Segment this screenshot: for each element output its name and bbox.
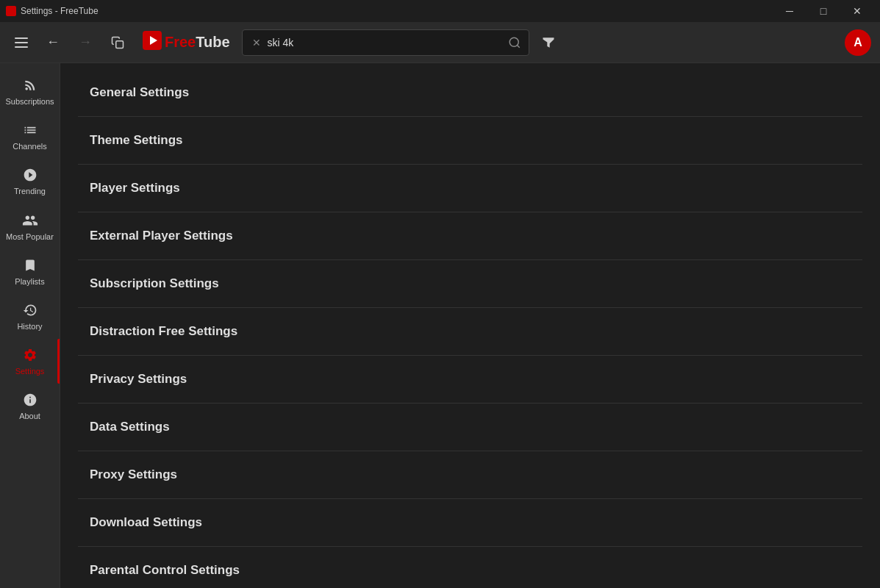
copy-button[interactable] xyxy=(104,29,131,56)
hamburger-icon xyxy=(15,37,28,39)
sidebar: Subscriptions Channels Trending xyxy=(0,63,60,588)
settings-item-privacy[interactable]: Privacy Settings xyxy=(78,356,862,404)
minimize-button[interactable]: ─ xyxy=(773,0,806,22)
main-layout: Subscriptions Channels Trending xyxy=(0,63,880,588)
avatar-button[interactable]: A xyxy=(845,29,871,56)
sidebar-item-trending[interactable]: Trending xyxy=(0,159,60,204)
menu-button[interactable] xyxy=(9,32,34,54)
sidebar-label-subscriptions: Subscriptions xyxy=(5,97,54,107)
hamburger-icon xyxy=(15,46,28,48)
sidebar-label-channels: Channels xyxy=(12,142,46,151)
svg-line-4 xyxy=(517,45,519,47)
sidebar-item-most-popular[interactable]: Most Popular xyxy=(0,204,60,249)
playlists-icon xyxy=(23,257,37,274)
svg-rect-0 xyxy=(116,40,124,48)
sidebar-item-subscriptions[interactable]: Subscriptions xyxy=(0,69,60,114)
app-icon xyxy=(6,6,16,16)
logo-icon xyxy=(143,31,162,54)
sidebar-item-channels[interactable]: Channels xyxy=(0,114,60,159)
about-icon xyxy=(23,391,37,409)
sidebar-label-trending: Trending xyxy=(14,187,46,196)
settings-item-player[interactable]: Player Settings xyxy=(78,165,862,212)
logo[interactable]: FreeTube xyxy=(143,31,230,54)
search-clear-button[interactable]: ✕ xyxy=(250,36,263,49)
settings-item-distraction-free[interactable]: Distraction Free Settings xyxy=(78,308,862,356)
settings-item-proxy[interactable]: Proxy Settings xyxy=(78,451,862,499)
settings-item-parental-control[interactable]: Parental Control Settings xyxy=(78,547,862,588)
settings-content: General Settings Theme Settings Player S… xyxy=(60,63,880,588)
search-bar: ✕ xyxy=(242,29,529,56)
distraction-free-settings-title: Distraction Free Settings xyxy=(90,324,237,339)
settings-list: General Settings Theme Settings Player S… xyxy=(60,63,880,588)
general-settings-title: General Settings xyxy=(90,85,189,100)
titlebar-text: Settings - FreeTube xyxy=(21,6,99,16)
proxy-settings-title: Proxy Settings xyxy=(90,467,177,482)
player-settings-title: Player Settings xyxy=(90,181,180,196)
window-controls: ─ □ ✕ xyxy=(773,0,874,22)
sidebar-label-settings: Settings xyxy=(15,367,45,376)
sidebar-item-history[interactable]: History xyxy=(0,294,60,339)
theme-settings-title: Theme Settings xyxy=(90,133,183,148)
logo-text: FreeTube xyxy=(165,34,230,51)
history-icon xyxy=(23,301,37,319)
most-popular-icon xyxy=(22,212,38,229)
parental-control-settings-title: Parental Control Settings xyxy=(90,563,240,578)
sidebar-label-about: About xyxy=(19,412,40,421)
sidebar-item-about[interactable]: About xyxy=(0,384,60,429)
settings-item-subscription[interactable]: Subscription Settings xyxy=(78,260,862,308)
sidebar-label-most-popular: Most Popular xyxy=(6,232,54,242)
trending-icon xyxy=(23,166,37,184)
data-settings-title: Data Settings xyxy=(90,420,170,434)
external-player-settings-title: External Player Settings xyxy=(90,229,233,243)
back-button[interactable]: ← xyxy=(40,29,66,56)
subscription-settings-title: Subscription Settings xyxy=(90,276,219,291)
toolbar: ← → FreeTube ✕ xyxy=(0,22,880,63)
channels-icon xyxy=(23,121,37,139)
sidebar-item-playlists[interactable]: Playlists xyxy=(0,249,60,294)
svg-point-5 xyxy=(25,87,28,90)
search-submit-button[interactable] xyxy=(508,36,521,49)
settings-item-download[interactable]: Download Settings xyxy=(78,499,862,547)
settings-item-theme[interactable]: Theme Settings xyxy=(78,117,862,165)
sidebar-item-settings[interactable]: Settings xyxy=(0,339,60,384)
settings-item-data[interactable]: Data Settings xyxy=(78,404,862,451)
rss-icon xyxy=(23,76,37,94)
forward-button[interactable]: → xyxy=(72,29,99,56)
search-input[interactable] xyxy=(268,37,504,49)
privacy-settings-title: Privacy Settings xyxy=(90,372,187,387)
titlebar-title: Settings - FreeTube xyxy=(6,6,99,16)
hamburger-icon xyxy=(15,42,28,43)
settings-icon xyxy=(23,346,37,364)
titlebar: Settings - FreeTube ─ □ ✕ xyxy=(0,0,880,22)
settings-item-general[interactable]: General Settings xyxy=(78,69,862,117)
sidebar-label-history: History xyxy=(17,322,42,331)
maximize-button[interactable]: □ xyxy=(806,0,840,22)
filter-button[interactable] xyxy=(535,29,562,56)
sidebar-label-playlists: Playlists xyxy=(15,277,44,287)
download-settings-title: Download Settings xyxy=(90,515,202,530)
settings-item-external-player[interactable]: External Player Settings xyxy=(78,212,862,260)
svg-point-3 xyxy=(509,37,518,46)
close-button[interactable]: ✕ xyxy=(840,0,874,22)
